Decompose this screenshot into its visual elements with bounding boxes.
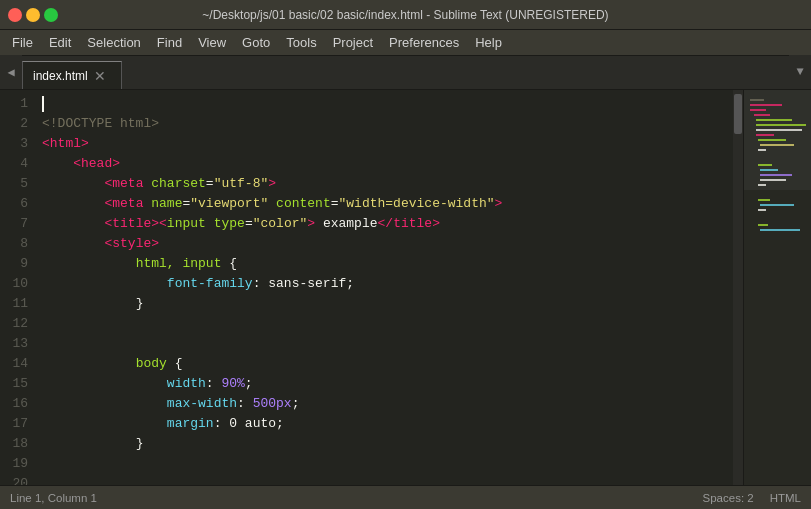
syntax-mode: HTML <box>770 492 801 504</box>
line-num-8: 8 <box>6 234 28 254</box>
line-num-4: 4 <box>6 154 28 174</box>
indentation: Spaces: 2 <box>703 492 754 504</box>
menu-file[interactable]: File <box>4 30 41 55</box>
title-bar: ~/Desktop/js/01 basic/02 basic/index.htm… <box>0 0 811 30</box>
code-line-12 <box>42 314 729 334</box>
code-line-18: } <box>42 434 729 454</box>
tab-scroll-left[interactable]: ◀ <box>0 55 22 89</box>
status-bar: Line 1, Column 1 Spaces: 2 HTML <box>0 485 811 509</box>
code-line-19 <box>42 454 729 474</box>
title-text: ~/Desktop/js/01 basic/02 basic/index.htm… <box>68 8 743 22</box>
line-num-3: 3 <box>6 134 28 154</box>
code-line-7: <title><input type="color"> example</tit… <box>42 214 729 234</box>
code-line-10: font-family: sans-serif; <box>42 274 729 294</box>
menu-help[interactable]: Help <box>467 30 510 55</box>
menu-preferences[interactable]: Preferences <box>381 30 467 55</box>
code-token: <!DOCTYPE html> <box>42 114 159 134</box>
code-line-16: max-width: 500px; <box>42 394 729 414</box>
line-num-19: 19 <box>6 454 28 474</box>
minimap <box>743 90 811 485</box>
code-line-6: <meta name="viewport" content="width=dev… <box>42 194 729 214</box>
line-num-10: 10 <box>6 274 28 294</box>
maximize-button[interactable] <box>44 8 58 22</box>
line-numbers: 1 2 3 4 5 6 7 8 9 10 11 12 13 14 15 16 1… <box>0 90 38 485</box>
minimize-button[interactable] <box>26 8 40 22</box>
line-num-20: 20 <box>6 474 28 485</box>
tab-bar: ◀ index.html ✕ ▼ <box>0 56 811 90</box>
cursor-position: Line 1, Column 1 <box>10 492 97 504</box>
minimap-visual <box>744 90 811 485</box>
menu-find[interactable]: Find <box>149 30 190 55</box>
tab-label: index.html <box>33 69 88 83</box>
code-line-13 <box>42 334 729 354</box>
code-line-15: width: 90%; <box>42 374 729 394</box>
menu-bar: File Edit Selection Find View Goto Tools… <box>0 30 811 56</box>
tab-index-html[interactable]: index.html ✕ <box>22 61 122 89</box>
line-num-11: 11 <box>6 294 28 314</box>
code-line-17: margin: 0 auto; <box>42 414 729 434</box>
menu-project[interactable]: Project <box>325 30 381 55</box>
line-num-15: 15 <box>6 374 28 394</box>
close-button[interactable] <box>8 8 22 22</box>
cursor <box>42 96 44 112</box>
code-token <box>42 154 73 174</box>
code-line-5: <meta charset="utf-8"> <box>42 174 729 194</box>
line-num-16: 16 <box>6 394 28 414</box>
line-num-7: 7 <box>6 214 28 234</box>
code-line-9: html, input { <box>42 254 729 274</box>
code-line-2: <!DOCTYPE html> <box>42 114 729 134</box>
code-line-20 <box>42 474 729 485</box>
line-num-1: 1 <box>6 94 28 114</box>
code-token: <html> <box>42 134 89 154</box>
code-line-14: body { <box>42 354 729 374</box>
line-num-5: 5 <box>6 174 28 194</box>
line-num-12: 12 <box>6 314 28 334</box>
tab-scroll-right[interactable]: ▼ <box>789 55 811 89</box>
menu-view[interactable]: View <box>190 30 234 55</box>
line-num-9: 9 <box>6 254 28 274</box>
scrollbar[interactable] <box>733 90 743 485</box>
line-num-14: 14 <box>6 354 28 374</box>
window-controls-left <box>8 8 68 22</box>
menu-edit[interactable]: Edit <box>41 30 79 55</box>
menu-goto[interactable]: Goto <box>234 30 278 55</box>
code-line-1 <box>42 94 729 114</box>
menu-tools[interactable]: Tools <box>278 30 324 55</box>
line-num-6: 6 <box>6 194 28 214</box>
code-line-11: } <box>42 294 729 314</box>
menu-selection[interactable]: Selection <box>79 30 148 55</box>
editor-container: 1 2 3 4 5 6 7 8 9 10 11 12 13 14 15 16 1… <box>0 90 811 485</box>
line-num-17: 17 <box>6 414 28 434</box>
code-line-8: <style> <box>42 234 729 254</box>
code-line-3: <html> <box>42 134 729 154</box>
code-token: <head> <box>73 154 120 174</box>
status-left: Line 1, Column 1 <box>10 492 97 504</box>
tab-close-icon[interactable]: ✕ <box>94 69 106 83</box>
scrollbar-thumb[interactable] <box>734 94 742 134</box>
line-num-13: 13 <box>6 334 28 354</box>
line-num-18: 18 <box>6 434 28 454</box>
code-area[interactable]: <!DOCTYPE html> <html> <head> <meta char… <box>38 90 733 485</box>
status-right: Spaces: 2 HTML <box>703 492 801 504</box>
line-num-2: 2 <box>6 114 28 134</box>
code-line-4: <head> <box>42 154 729 174</box>
